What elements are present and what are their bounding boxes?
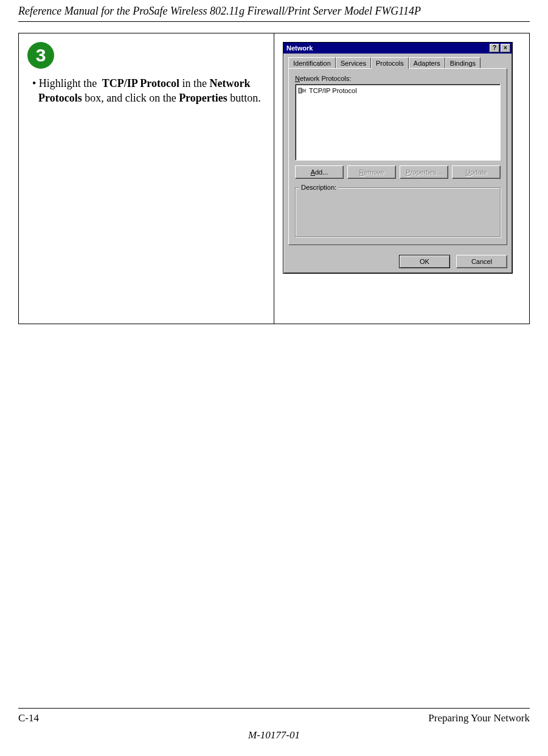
ok-button[interactable]: OK xyxy=(399,255,450,268)
update-rest: pdate xyxy=(470,168,487,176)
network-protocols-label: Network Protocols: xyxy=(295,75,501,82)
step-number-badge: 3 xyxy=(27,42,54,69)
page-footer: C-14 Preparing Your Network M-10177-01 xyxy=(18,708,530,741)
properties-rest: roperties... xyxy=(411,168,442,176)
text-suffix: button. xyxy=(227,92,261,104)
description-group: Description: xyxy=(295,187,501,237)
dialog-title: Network xyxy=(285,44,488,52)
section-title: Preparing Your Network xyxy=(428,712,530,724)
bold-properties: Properties xyxy=(179,92,227,104)
add-rest: dd... xyxy=(315,168,328,176)
update-u: U xyxy=(465,168,470,176)
instruction-cell: 3 • Highlight the TCP/IP Protocol in the… xyxy=(19,33,274,324)
tab-adapters[interactable]: Adapters xyxy=(409,57,445,68)
page-header-title: Reference Manual for the ProSafe Wireles… xyxy=(18,0,530,21)
instruction-text: • Highlight the TCP/IP Protocol in the N… xyxy=(27,76,265,106)
footer-rule xyxy=(18,708,530,709)
close-button[interactable]: × xyxy=(501,44,510,52)
dialog-footer: OK Cancel xyxy=(283,250,512,273)
label-underline: N xyxy=(295,75,300,82)
protocols-listbox[interactable]: TCP/IP Protocol xyxy=(295,84,501,161)
protocol-icon xyxy=(298,86,307,95)
svg-rect-0 xyxy=(299,88,302,93)
protocols-panel: Network Protocols: xyxy=(288,68,507,245)
dialog-titlebar[interactable]: Network ? × xyxy=(283,43,512,54)
dialog-body: Identification Services Protocols Adapte… xyxy=(283,54,512,250)
tab-protocols[interactable]: Protocols xyxy=(371,57,409,69)
list-item-label: TCP/IP Protocol xyxy=(309,87,357,94)
help-button[interactable]: ? xyxy=(490,44,499,52)
label-rest: etwork Protocols: xyxy=(300,75,351,82)
content-table: 3 • Highlight the TCP/IP Protocol in the… xyxy=(18,33,530,324)
header-rule xyxy=(18,21,530,22)
description-label: Description: xyxy=(299,184,338,191)
footer-row: C-14 Preparing Your Network xyxy=(18,712,530,724)
add-button[interactable]: Add... xyxy=(295,165,344,179)
tab-bindings[interactable]: Bindings xyxy=(445,57,480,68)
add-u: A xyxy=(311,168,315,176)
cancel-button[interactable]: Cancel xyxy=(456,255,507,268)
remove-rest: emove xyxy=(364,168,384,176)
update-button[interactable]: Update xyxy=(452,165,501,179)
network-dialog: Network ? × Identification Services Prot… xyxy=(283,42,513,274)
remove-button[interactable]: Remove xyxy=(347,165,396,179)
text-mid1: in the xyxy=(179,77,210,89)
screenshot-cell: Network ? × Identification Services Prot… xyxy=(274,33,530,324)
tab-strip: Identification Services Protocols Adapte… xyxy=(288,57,507,68)
text-mid2: box, and click on the xyxy=(82,92,179,104)
document-number: M-10177-01 xyxy=(18,729,530,741)
properties-button[interactable]: Properties... xyxy=(400,165,448,179)
bold-tcpip: TCP/IP Protocol xyxy=(102,77,179,89)
tab-services[interactable]: Services xyxy=(336,57,371,68)
tab-identification[interactable]: Identification xyxy=(288,57,336,68)
bullet: • Highlight the xyxy=(32,77,102,89)
properties-u: P xyxy=(406,168,410,176)
page-number: C-14 xyxy=(18,712,39,724)
list-item-tcpip[interactable]: TCP/IP Protocol xyxy=(297,86,499,95)
protocol-button-row: Add... Remove Properties... Update xyxy=(295,165,501,179)
